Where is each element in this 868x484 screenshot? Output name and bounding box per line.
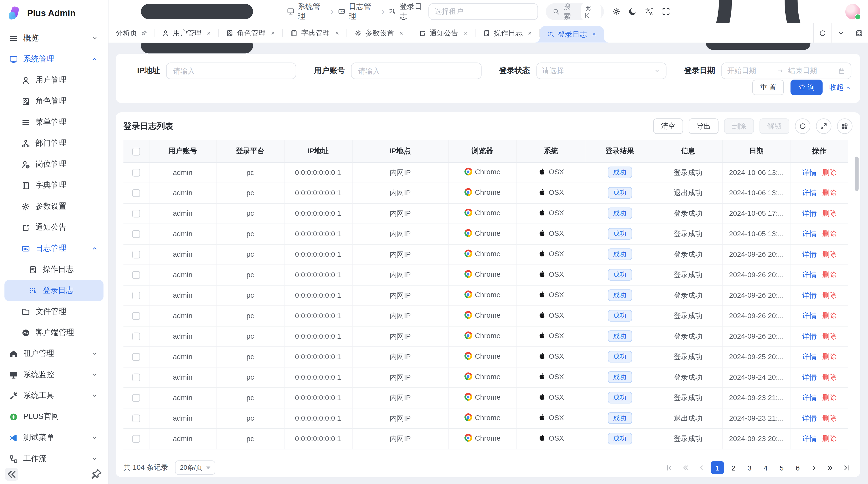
pin-sidebar-button[interactable]	[90, 467, 103, 481]
sidebar-item-tools[interactable]: 系统工具	[4, 385, 103, 406]
page-size-select[interactable]: 20条/页	[175, 460, 215, 475]
detail-link[interactable]: 详情	[802, 414, 817, 422]
tab-参数设置[interactable]: 参数设置	[347, 23, 411, 42]
row-checkbox[interactable]	[132, 271, 140, 279]
close-icon[interactable]	[463, 30, 468, 36]
delete-link[interactable]: 删除	[822, 229, 837, 238]
expand-table-button[interactable]	[816, 118, 831, 134]
sidebar-item-user[interactable]: 用户管理	[4, 70, 103, 91]
prev-group-button[interactable]	[679, 461, 692, 474]
close-icon[interactable]	[527, 30, 533, 36]
detail-link[interactable]: 详情	[802, 209, 817, 217]
table-scrollbar-thumb[interactable]	[855, 157, 859, 191]
tab-操作日志[interactable]: 操作日志	[475, 23, 539, 42]
row-checkbox[interactable]	[132, 169, 140, 177]
dark-mode-moon-icon[interactable]	[628, 7, 637, 16]
first-page-button[interactable]	[662, 461, 676, 474]
row-checkbox[interactable]	[132, 292, 140, 300]
detail-link[interactable]: 详情	[802, 332, 817, 340]
row-checkbox[interactable]	[132, 374, 140, 381]
row-checkbox[interactable]	[132, 353, 140, 361]
refresh-table-button[interactable]	[795, 118, 810, 134]
detail-link[interactable]: 详情	[802, 229, 817, 238]
detail-link[interactable]: 详情	[802, 393, 817, 401]
detail-link[interactable]: 详情	[802, 168, 817, 176]
sidebar-item-menu-lines[interactable]: 菜单管理	[4, 112, 103, 133]
sidebar-item-role-badge[interactable]: 角色管理	[4, 91, 103, 112]
page-button-6[interactable]: 6	[791, 461, 804, 474]
sidebar-item-announcement[interactable]: 通知公告	[4, 217, 103, 238]
row-checkbox[interactable]	[132, 312, 140, 320]
sidebar-item-vscode[interactable]: 测试菜单	[4, 427, 103, 448]
tenant-select-input[interactable]	[429, 3, 538, 20]
delete-link[interactable]: 删除	[822, 373, 837, 381]
tab-menu-button[interactable]	[831, 23, 850, 42]
sidebar-item-params-gear[interactable]: 参数设置	[4, 196, 103, 217]
query-button[interactable]: 查 询	[790, 80, 823, 95]
sidebar-item-client[interactable]: 客户端管理	[4, 322, 103, 343]
row-checkbox[interactable]	[132, 415, 140, 422]
detail-link[interactable]: 详情	[802, 291, 817, 299]
tab-通知公告[interactable]: 通知公告	[411, 23, 475, 42]
content-fullscreen-button[interactable]	[850, 23, 868, 42]
detail-link[interactable]: 详情	[802, 189, 817, 197]
tab-分析页[interactable]: 分析页	[108, 23, 155, 42]
detail-link[interactable]: 详情	[802, 311, 817, 319]
row-checkbox[interactable]	[132, 189, 140, 197]
collapse-filter-link[interactable]: 收起	[829, 83, 851, 92]
global-search-button[interactable]: 搜索 ⌘ K	[546, 3, 604, 20]
close-icon[interactable]	[334, 30, 340, 36]
detail-link[interactable]: 详情	[802, 352, 817, 360]
sidebar-item-operation-log[interactable]: 操作日志	[4, 259, 103, 280]
tab-登录日志[interactable]: 登录日志	[540, 26, 604, 43]
row-checkbox[interactable]	[132, 230, 140, 238]
page-button-1[interactable]: 1	[711, 461, 724, 474]
last-page-button[interactable]	[839, 461, 852, 474]
row-checkbox[interactable]	[132, 210, 140, 218]
delete-link[interactable]: 删除	[822, 414, 837, 422]
sidebar-item-monitor-filled[interactable]: 系统监控	[4, 364, 103, 385]
reset-button[interactable]: 重 置	[752, 80, 784, 95]
sidebar-item-overview[interactable]: 概览	[4, 28, 103, 49]
page-button-4[interactable]: 4	[759, 461, 772, 474]
delete-link[interactable]: 删除	[822, 209, 837, 217]
delete-link[interactable]: 删除	[822, 434, 837, 442]
detail-link[interactable]: 详情	[802, 373, 817, 381]
row-checkbox[interactable]	[132, 394, 140, 402]
sidebar-item-folder[interactable]: 文件管理	[4, 301, 103, 322]
refresh-tab-button[interactable]	[813, 23, 832, 42]
fullscreen-icon[interactable]	[662, 7, 671, 16]
row-checkbox[interactable]	[132, 333, 140, 340]
delete-link[interactable]: 删除	[822, 270, 837, 279]
close-icon[interactable]	[591, 32, 597, 37]
pin-icon[interactable]	[141, 30, 147, 36]
delete-link[interactable]: 删除	[822, 352, 837, 360]
collapse-sidebar-button[interactable]	[5, 467, 18, 481]
detail-link[interactable]: 详情	[802, 270, 817, 279]
row-checkbox[interactable]	[132, 251, 140, 259]
toolbar-button-清空[interactable]: 清空	[653, 118, 683, 134]
tab-字典管理[interactable]: 字典管理	[283, 23, 347, 42]
sidebar-item-dictionary-book[interactable]: 字典管理	[4, 175, 103, 196]
tab-用户管理[interactable]: 用户管理	[155, 23, 219, 42]
breadcrumb-item[interactable]: DEV日志管理	[337, 1, 378, 22]
page-button-5[interactable]: 5	[775, 461, 788, 474]
detail-link[interactable]: 详情	[802, 250, 817, 258]
toolbar-button-导出[interactable]: 导出	[689, 118, 718, 134]
delete-link[interactable]: 删除	[822, 332, 837, 340]
close-icon[interactable]	[206, 30, 212, 36]
sidebar-item-login-log[interactable]: 登录日志	[4, 280, 103, 301]
column-settings-button[interactable]	[837, 118, 852, 134]
select-all-checkbox[interactable]	[132, 148, 140, 155]
detail-link[interactable]: 详情	[802, 434, 817, 442]
delete-link[interactable]: 删除	[822, 291, 837, 299]
delete-link[interactable]: 删除	[822, 250, 837, 258]
sidebar-item-dev-box[interactable]: DEV日志管理	[4, 238, 103, 259]
ip-input[interactable]	[172, 66, 290, 75]
sidebar-item-post-user[interactable]: 岗位管理	[4, 154, 103, 175]
sidebar-item-plus-circle[interactable]: PLUS官网	[4, 406, 103, 427]
sidebar-item-org-tree[interactable]: 部门管理	[4, 133, 103, 154]
page-button-2[interactable]: 2	[727, 461, 740, 474]
sidebar-item-home[interactable]: 租户管理	[4, 343, 103, 364]
date-range-picker[interactable]: 开始日期 结束日期	[721, 62, 851, 79]
